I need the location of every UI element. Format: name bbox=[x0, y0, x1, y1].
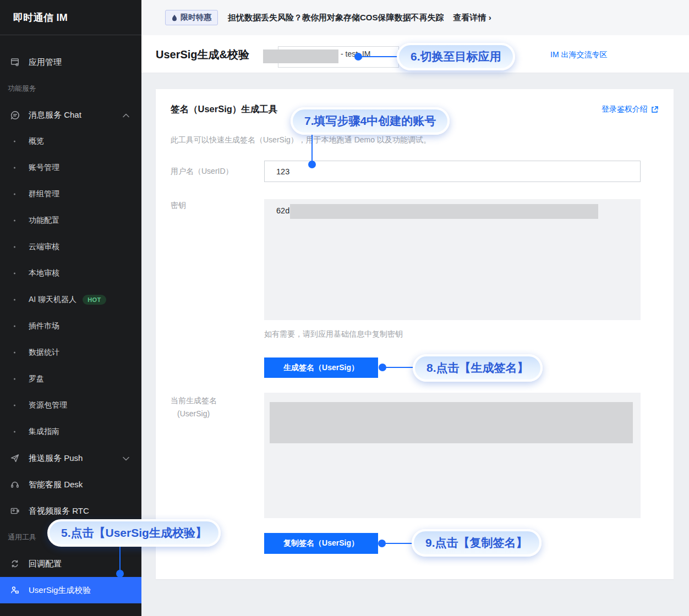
callout-step7: 7.填写步骤4中创建的账号 bbox=[291, 107, 450, 135]
sidebar-item-package-management[interactable]: 资源包管理 bbox=[0, 392, 141, 419]
external-link-icon bbox=[651, 106, 658, 113]
sidebar-item-group-management[interactable]: 群组管理 bbox=[0, 181, 141, 207]
usersig-tool-card: 签名（UserSig）生成工具 登录鉴权介绍 此工具可以快速生成签名（UserS… bbox=[156, 89, 674, 579]
sidebar-item-label: UserSig生成校验 bbox=[29, 585, 91, 596]
userid-label: 用户名（UserID） bbox=[171, 167, 233, 177]
bullet-icon bbox=[14, 273, 15, 274]
sidebar-item-label: 群组管理 bbox=[29, 189, 59, 199]
chevron-up-icon[interactable] bbox=[123, 111, 129, 120]
screen: 即时通信 IM 应用管理 功能服务 消息服务 Chat 概 bbox=[0, 0, 689, 616]
product-title: 即时通信 IM bbox=[0, 0, 141, 35]
sidebar-item-chat[interactable]: 消息服务 Chat bbox=[0, 102, 141, 128]
droplet-icon bbox=[172, 14, 177, 21]
key-helper-text: 如有需要，请到应用基础信息中复制密钥 bbox=[264, 329, 403, 339]
callback-icon bbox=[9, 558, 20, 569]
sidebar-item-local-moderation[interactable]: 本地审核 bbox=[0, 260, 141, 287]
headset-icon bbox=[9, 479, 20, 490]
connector-dot-step8 bbox=[379, 364, 386, 371]
sidebar-item-label: 插件市场 bbox=[29, 321, 59, 331]
sidebar-item-statistics[interactable]: 数据统计 bbox=[0, 339, 141, 366]
callout-step6: 6.切换至目标应用 bbox=[397, 43, 515, 70]
hot-badge: HOT bbox=[83, 295, 106, 305]
sidebar-item-plugin-market[interactable]: 插件市场 bbox=[0, 313, 141, 339]
sidebar-item-label: 集成指南 bbox=[29, 427, 59, 437]
redacted-app-id bbox=[263, 50, 338, 63]
bullet-icon bbox=[14, 299, 15, 301]
result-textarea[interactable] bbox=[264, 393, 641, 518]
bullet-icon bbox=[14, 220, 15, 222]
bullet-icon bbox=[14, 167, 15, 169]
video-icon bbox=[9, 505, 20, 516]
sidebar-item-label: 应用管理 bbox=[29, 57, 62, 68]
sidebar-item-cloud-moderation[interactable]: 云端审核 bbox=[0, 234, 141, 260]
sidebar-item-label: 智能客服 Desk bbox=[29, 480, 83, 490]
key-visible-prefix: 62d bbox=[276, 206, 289, 215]
sidebar-item-label: 音视频服务 RTC bbox=[29, 506, 89, 516]
redacted-key-value bbox=[290, 204, 598, 219]
sidebar-section-function-services: 功能服务 bbox=[0, 75, 141, 102]
redacted-usersig-value bbox=[270, 402, 633, 443]
bullet-icon bbox=[14, 246, 15, 248]
sidebar-item-label: AI 聊天机器人 bbox=[29, 295, 76, 305]
result-label: 当前生成签名 (UserSig) bbox=[171, 394, 217, 420]
bullet-icon bbox=[14, 405, 15, 406]
sidebar-item-label: 推送服务 Push bbox=[29, 453, 83, 464]
connector-dot-step6 bbox=[354, 53, 362, 61]
sidebar-item-integration-guide[interactable]: 集成指南 bbox=[0, 419, 141, 445]
connector-line-step5 bbox=[119, 546, 121, 571]
connector-line-step9 bbox=[385, 543, 413, 544]
promo-badge: 限时特惠 bbox=[165, 10, 218, 25]
connector-line-step7 bbox=[311, 135, 313, 162]
bullet-icon bbox=[14, 194, 15, 195]
push-icon bbox=[9, 453, 20, 464]
callout-step8: 8.点击【生成签名】 bbox=[413, 354, 543, 382]
sidebar-item-label: 数据统计 bbox=[29, 348, 59, 358]
card-title: 签名（UserSig）生成工具 bbox=[171, 103, 277, 116]
sidebar-item-label: 功能配置 bbox=[29, 216, 59, 226]
sidebar-item-feature-config[interactable]: 功能配置 bbox=[0, 207, 141, 234]
callout-step9: 9.点击【复制签名】 bbox=[412, 529, 542, 557]
connector-dot-step9 bbox=[378, 540, 386, 547]
copy-usersig-button[interactable]: 复制签名（UserSig） bbox=[264, 533, 378, 554]
bullet-icon bbox=[14, 378, 15, 380]
card-description: 此工具可以快速生成签名（UserSig），用于本地跑通 Demo 以及功能调试。 bbox=[171, 135, 431, 145]
sidebar-item-app-management[interactable]: 应用管理 bbox=[0, 49, 141, 75]
auth-doc-link[interactable]: 登录鉴权介绍 bbox=[601, 105, 658, 114]
sidebar-item-label: 账号管理 bbox=[29, 163, 59, 173]
sidebar-item-account-management[interactable]: 账号管理 bbox=[0, 155, 141, 181]
connector-line-step6 bbox=[358, 56, 399, 57]
generate-usersig-button[interactable]: 生成签名（UserSig） bbox=[264, 358, 378, 378]
app-management-icon bbox=[9, 57, 20, 68]
sidebar-item-compass[interactable]: 罗盘 bbox=[0, 366, 141, 392]
bullet-icon bbox=[14, 326, 15, 327]
connector-dot-step7 bbox=[308, 161, 316, 168]
bullet-icon bbox=[14, 141, 15, 142]
key-label: 密钥 bbox=[171, 201, 186, 211]
key-textarea[interactable]: 62d bbox=[264, 199, 641, 320]
sidebar-item-label: 消息服务 Chat bbox=[29, 110, 81, 120]
sidebar-item-ai-chatbot[interactable]: AI 聊天机器人 HOT bbox=[0, 287, 141, 313]
callout-step5: 5.点击【UserSig生成校验】 bbox=[47, 519, 221, 547]
connector-line-step8 bbox=[385, 367, 414, 368]
im-community-link[interactable]: IM 出海交流专区 bbox=[550, 50, 607, 60]
chevron-down-icon[interactable] bbox=[123, 454, 129, 463]
bullet-icon bbox=[14, 352, 15, 354]
sidebar-item-label: 云端审核 bbox=[29, 242, 59, 252]
connector-dot-step5 bbox=[116, 570, 124, 578]
chat-icon bbox=[9, 109, 20, 120]
userid-input[interactable] bbox=[264, 161, 641, 182]
promo-text: 担忧数据丢失风险？教你用对象存储COS保障数据不再失踪 bbox=[228, 13, 444, 23]
usersig-person-icon bbox=[9, 585, 20, 596]
sidebar-item-desk[interactable]: 智能客服 Desk bbox=[0, 471, 141, 498]
page-title: UserSig生成&校验 bbox=[156, 47, 249, 62]
sidebar-item-label: 资源包管理 bbox=[29, 400, 67, 410]
result-label-line1: 当前生成签名 bbox=[171, 394, 217, 407]
bullet-icon bbox=[14, 431, 15, 433]
sidebar-item-label: 本地审核 bbox=[29, 268, 59, 278]
sidebar-item-overview[interactable]: 概览 bbox=[0, 128, 141, 155]
sidebar-item-push[interactable]: 推送服务 Push bbox=[0, 445, 141, 471]
auth-doc-link-label: 登录鉴权介绍 bbox=[601, 105, 648, 114]
sidebar-item-label: 概览 bbox=[29, 136, 44, 146]
promo-details-link[interactable]: 查看详情 › bbox=[453, 13, 491, 23]
sidebar-item-usersig[interactable]: UserSig生成校验 bbox=[0, 577, 141, 603]
